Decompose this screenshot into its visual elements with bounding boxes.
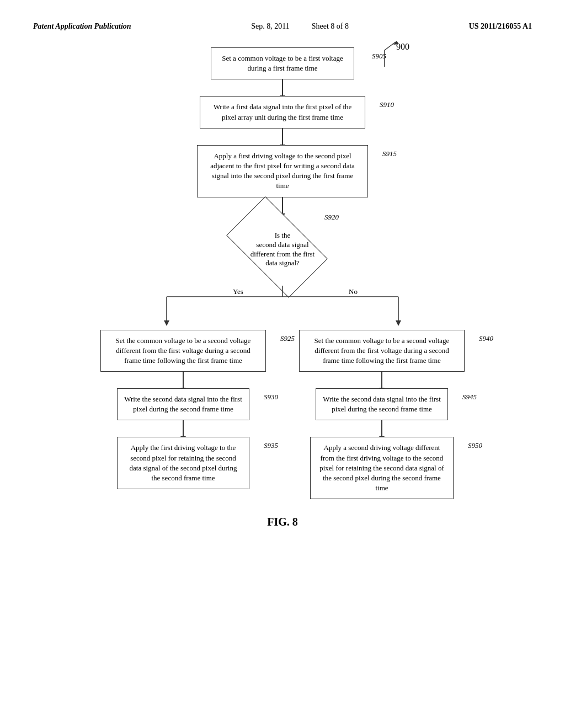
step-s920-text-container: S920 Is thesecond data signaldifferent f… <box>222 214 343 286</box>
step-s950-text: Apply a second driving voltage different… <box>319 443 444 492</box>
step-s930-label: S930 <box>264 393 278 402</box>
header-center: Sep. 8, 2011 Sheet 8 of 8 <box>251 22 349 31</box>
step-s950-box: Apply a second driving voltage different… <box>310 437 454 499</box>
step-s905-text: Set a common voltage to be a first volta… <box>222 54 343 72</box>
step-s940-box: Set the common voltage to be a second vo… <box>299 330 465 372</box>
flowchart-diagram: Set a common voltage to be a first volta… <box>33 47 532 528</box>
step-s915-text: Apply a first driving voltage to the sec… <box>210 152 355 190</box>
header-patent: US 2011/216055 A1 <box>469 22 532 31</box>
page: Patent Application Publication Sep. 8, 2… <box>0 0 565 728</box>
step-s905-box: Set a common voltage to be a first volta… <box>211 47 354 79</box>
step-s925-label: S925 <box>280 334 295 343</box>
step-s920-id: S920 <box>324 213 339 222</box>
step-s915-box: Apply a first driving voltage to the sec… <box>197 145 368 197</box>
arrow-s945-to-s950 <box>381 420 382 437</box>
step-s935-text: Apply the first driving voltage to the s… <box>130 443 237 482</box>
top-flow-section: Set a common voltage to be a first volta… <box>33 47 532 286</box>
two-col-section: Yes No Set the common voltage to be a se… <box>73 286 492 500</box>
step-s925-text: Set the common voltage to be a second vo… <box>116 336 251 365</box>
step-s910-box: Write a first data signal into the first… <box>200 96 365 128</box>
header-publication-label: Patent Application Publication <box>33 22 131 31</box>
step-s940-label: S940 <box>479 334 493 343</box>
figure-label: FIG. 8 <box>267 516 298 528</box>
left-column: Set the common voltage to be a second vo… <box>84 330 282 500</box>
step-s935-box: Apply the first driving voltage to the s… <box>117 437 249 489</box>
step-s915-label: S915 <box>382 149 397 158</box>
page-header: Patent Application Publication Sep. 8, 2… <box>33 22 532 31</box>
step-s925-box: Set the common voltage to be a second vo… <box>100 330 266 372</box>
header-date: Sep. 8, 2011 <box>251 22 289 31</box>
step-s945-box: Write the second data signal into the fi… <box>316 388 448 420</box>
header-sheet: Sheet 8 of 8 <box>312 22 349 31</box>
step-s930-text: Write the second data signal into the fi… <box>124 395 242 413</box>
svg-marker-8 <box>396 320 401 326</box>
step-s920-text: Is thesecond data signaldifferent from t… <box>250 231 315 269</box>
svg-text:Yes: Yes <box>233 287 243 296</box>
svg-text:No: No <box>349 287 358 296</box>
arrow-s915-to-s920 <box>282 197 283 214</box>
branch-arrows-svg: Yes No <box>73 286 492 330</box>
svg-marker-4 <box>164 320 169 326</box>
step-s950-label: S950 <box>468 441 482 450</box>
step-s930-box: Write the second data signal into the fi… <box>117 388 249 420</box>
right-column: Set the common voltage to be a second vo… <box>282 330 481 500</box>
arrow-s925-to-s930 <box>183 372 184 388</box>
two-column-flow: Set the common voltage to be a second vo… <box>84 330 481 500</box>
ref-900-arrow <box>379 39 412 72</box>
arrow-s940-to-s945 <box>381 372 382 388</box>
step-s935-label: S935 <box>264 441 278 450</box>
step-s910-text: Write a first data signal into the first… <box>214 103 352 121</box>
step-s945-label: S945 <box>462 393 477 402</box>
step-s940-text: Set the common voltage to be a second vo… <box>315 336 450 365</box>
step-s910-label: S910 <box>380 100 394 109</box>
arrow-s905-to-s910 <box>282 79 283 96</box>
arrow-s910-to-s915 <box>282 129 283 145</box>
arrow-s930-to-s935 <box>183 420 184 437</box>
step-s945-text: Write the second data signal into the fi… <box>323 395 441 413</box>
